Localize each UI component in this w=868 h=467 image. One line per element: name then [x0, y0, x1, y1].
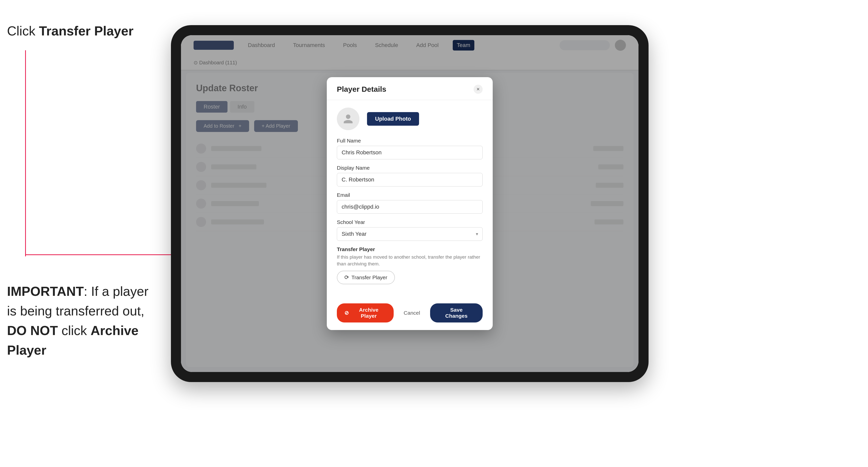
display-name-input[interactable] — [337, 173, 483, 187]
photo-placeholder — [337, 107, 360, 130]
transfer-icon: ⟳ — [344, 274, 349, 281]
do-not-label: DO NOT — [7, 323, 58, 338]
email-label: Email — [337, 192, 483, 198]
tablet-device: Dashboard Tournaments Pools Schedule Add… — [171, 25, 649, 382]
cancel-button[interactable]: Cancel — [399, 306, 425, 319]
modal-title: Player Details — [337, 85, 386, 93]
instruction-rest2: click — [58, 323, 91, 338]
upload-photo-button[interactable]: Upload Photo — [367, 112, 419, 126]
email-group: Email — [337, 192, 483, 214]
tablet-screen: Dashboard Tournaments Pools Schedule Add… — [181, 35, 639, 372]
important-label: IMPORTANT — [7, 284, 84, 299]
full-name-label: Full Name — [337, 138, 483, 144]
user-placeholder-icon — [343, 113, 354, 124]
modal-header: Player Details × — [327, 77, 493, 100]
instruction-top: Click Transfer Player — [7, 23, 133, 40]
transfer-section-title: Transfer Player — [337, 246, 483, 252]
instruction-bottom: IMPORTANT: If a player is being transfer… — [7, 281, 158, 360]
modal-close-button[interactable]: × — [473, 85, 483, 94]
full-name-input[interactable] — [337, 146, 483, 159]
transfer-player-label: Transfer Player — [351, 275, 388, 280]
display-name-label: Display Name — [337, 165, 483, 171]
archive-player-label: Archive Player — [351, 307, 386, 319]
transfer-player-button[interactable]: ⟳ Transfer Player — [337, 271, 395, 284]
full-name-group: Full Name — [337, 138, 483, 159]
school-year-select[interactable]: First Year Second Year Third Year Fourth… — [337, 227, 483, 241]
email-input[interactable] — [337, 200, 483, 214]
modal-body: Upload Photo Full Name Display Name — [327, 100, 493, 298]
modal-footer: ⊘ Archive Player Cancel Save Changes — [327, 298, 493, 330]
school-year-select-wrapper: First Year Second Year Third Year Fourth… — [337, 227, 483, 241]
photo-upload-row: Upload Photo — [337, 107, 483, 130]
archive-icon: ⊘ — [344, 310, 349, 316]
display-name-group: Display Name — [337, 165, 483, 187]
school-year-group: School Year First Year Second Year Third… — [337, 219, 483, 241]
instruction-bold: Transfer Player — [39, 24, 133, 38]
instruction-prefix: Click — [7, 24, 39, 38]
player-details-modal: Player Details × Upload Photo — [327, 77, 493, 330]
save-changes-button[interactable]: Save Changes — [430, 303, 483, 322]
archive-player-button[interactable]: ⊘ Archive Player — [337, 303, 394, 322]
arrow-vertical — [25, 50, 26, 256]
transfer-player-section: Transfer Player If this player has moved… — [337, 246, 483, 284]
transfer-description: If this player has moved to another scho… — [337, 254, 483, 267]
modal-overlay: Player Details × Upload Photo — [181, 35, 639, 372]
school-year-label: School Year — [337, 219, 483, 225]
